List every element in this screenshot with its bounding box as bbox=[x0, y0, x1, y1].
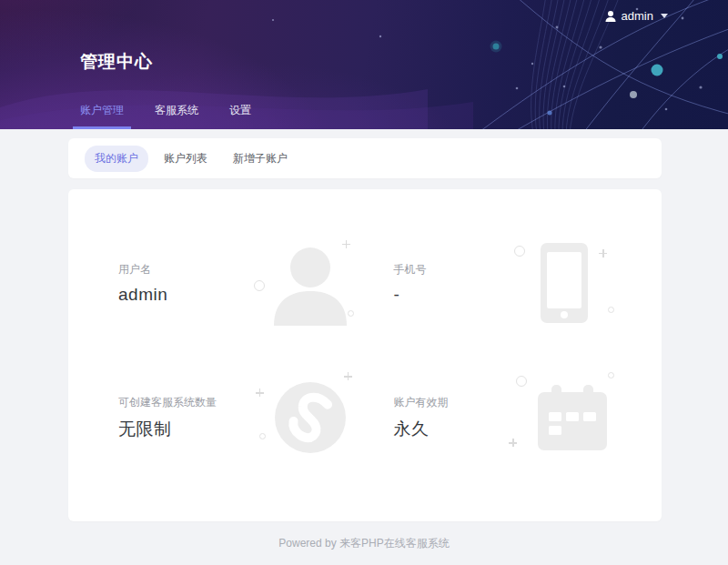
plus-decoration bbox=[344, 372, 352, 380]
plus-decoration bbox=[342, 240, 350, 248]
user-icon bbox=[604, 10, 617, 23]
ring-decoration bbox=[516, 376, 527, 387]
ring-decoration bbox=[608, 372, 614, 378]
plus-decoration bbox=[599, 249, 607, 257]
header: admin 管理中心 账户管理 客服系统 设置 bbox=[0, 0, 728, 129]
user-large-icon bbox=[254, 238, 361, 329]
account-info-card: 用户名 admin 手机号 - bbox=[68, 189, 662, 521]
username-label: admin bbox=[622, 9, 653, 23]
page-title: 管理中心 bbox=[80, 50, 153, 74]
user-menu[interactable]: admin bbox=[604, 9, 668, 23]
field-validity-label: 账户有效期 bbox=[394, 395, 449, 410]
calendar-icon bbox=[507, 372, 614, 463]
field-phone-label: 手机号 bbox=[394, 262, 427, 277]
tab-customer-service[interactable]: 客服系统 bbox=[147, 95, 206, 129]
field-creatable-systems-value: 无限制 bbox=[118, 418, 217, 441]
subtab-add-subaccount[interactable]: 新增子账户 bbox=[223, 146, 298, 172]
tab-settings[interactable]: 设置 bbox=[222, 95, 258, 129]
chevron-down-icon bbox=[661, 14, 668, 18]
field-validity-value: 永久 bbox=[394, 418, 449, 441]
footer-text: Powered by 来客PHP在线客服系统 bbox=[0, 536, 728, 551]
ring-decoration bbox=[254, 280, 265, 291]
ring-decoration bbox=[348, 310, 354, 317]
subtab-my-account[interactable]: 我的账户 bbox=[85, 146, 148, 172]
phone-icon bbox=[507, 238, 614, 329]
ring-decoration bbox=[514, 246, 525, 257]
swirl-logo-icon bbox=[254, 372, 361, 463]
ring-decoration bbox=[608, 307, 614, 313]
subtab-bar: 我的账户 账户列表 新增子账户 bbox=[68, 138, 662, 178]
field-phone: 手机号 - bbox=[372, 217, 626, 351]
admin-page: admin 管理中心 账户管理 客服系统 设置 我的账户 账户列表 新增子账户 … bbox=[0, 0, 728, 565]
plus-decoration bbox=[256, 388, 264, 397]
field-creatable-systems-label: 可创建客服系统数量 bbox=[118, 395, 217, 410]
field-validity: 账户有效期 永久 bbox=[372, 351, 626, 486]
tab-account-management[interactable]: 账户管理 bbox=[73, 95, 131, 129]
plus-decoration bbox=[509, 439, 517, 447]
field-username: 用户名 admin bbox=[118, 217, 372, 351]
subtab-account-list[interactable]: 账户列表 bbox=[154, 146, 217, 172]
main-tabs: 账户管理 客服系统 设置 bbox=[73, 95, 258, 129]
field-username-label: 用户名 bbox=[118, 262, 167, 277]
field-phone-value: - bbox=[394, 285, 427, 305]
field-username-value: admin bbox=[118, 285, 167, 305]
ring-decoration bbox=[259, 433, 266, 439]
field-creatable-systems: 可创建客服系统数量 无限制 bbox=[118, 351, 372, 486]
